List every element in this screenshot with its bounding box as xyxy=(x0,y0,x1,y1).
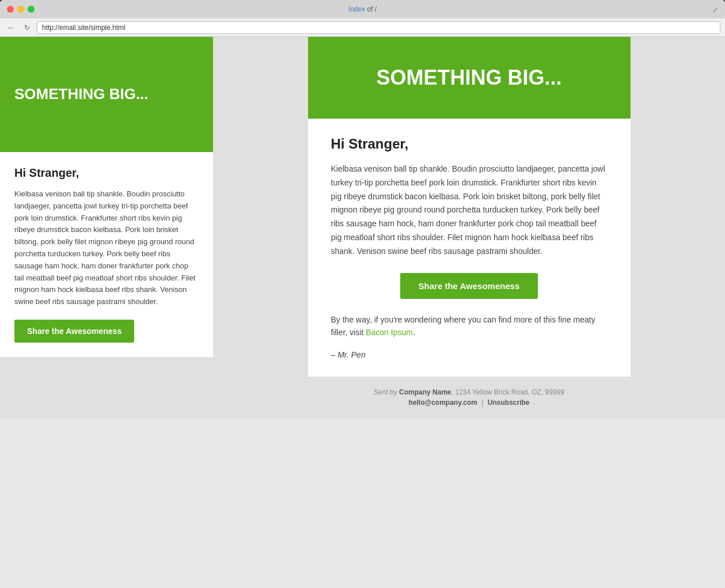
footer-sent-prefix: Sent by xyxy=(374,388,399,396)
browser-title: Index of / xyxy=(348,5,377,13)
page-layout: SOMETHING BIG... Hi Stranger, Kielbasa v… xyxy=(0,37,725,418)
left-greeting: Hi Stranger, xyxy=(14,166,199,180)
right-header-title: SOMETHING BIG... xyxy=(376,66,561,90)
browser-window: Index of / ⤢ ← ↻ http://email.site/simpl… xyxy=(0,0,725,588)
browser-titlebar: Index of / ⤢ xyxy=(0,0,725,18)
left-column: SOMETHING BIG... Hi Stranger, Kielbasa v… xyxy=(0,37,213,418)
signature: – Mr. Pen xyxy=(331,350,608,359)
url-text: http://email.site/simple.html xyxy=(42,24,126,32)
left-header-title: SOMETHING BIG... xyxy=(14,85,149,103)
right-cta-wrapper: Share the Awesomeness xyxy=(331,273,608,299)
right-cta-button[interactable]: Share the Awesomeness xyxy=(400,273,538,299)
footer-content: Sent by Company Name, 1234 Yellow Brick … xyxy=(308,388,631,407)
browser-content: SOMETHING BIG... Hi Stranger, Kielbasa v… xyxy=(0,37,725,418)
address-bar[interactable]: http://email.site/simple.html xyxy=(37,21,720,34)
window-controls xyxy=(7,6,35,13)
title-rest: of / xyxy=(365,5,377,13)
left-email: SOMETHING BIG... Hi Stranger, Kielbasa v… xyxy=(0,37,213,357)
right-email-header: SOMETHING BIG... xyxy=(308,37,631,119)
bacon-ipsum-link[interactable]: Bacon Ipsum xyxy=(366,328,413,337)
right-email: SOMETHING BIG... Hi Stranger, Kielbasa v… xyxy=(308,37,631,377)
right-section: SOMETHING BIG... Hi Stranger, Kielbasa v… xyxy=(213,37,725,418)
right-body-text: Kielbasa venison ball tip shankle. Boudi… xyxy=(331,162,608,259)
footer-links: hello@company.com | Unsubscribe xyxy=(308,399,631,407)
left-body-text: Kielbasa venison ball tip shankle. Boudi… xyxy=(14,188,199,308)
footer-address: , 1234 Yellow Brick Road, OZ, 99999 xyxy=(451,388,564,396)
close-dot[interactable] xyxy=(7,6,14,13)
expand-button[interactable]: ⤢ xyxy=(712,5,718,14)
footer-email-link[interactable]: hello@company.com xyxy=(408,399,477,407)
back-button[interactable]: ← xyxy=(5,21,17,34)
left-cta-button[interactable]: Share the Awesomeness xyxy=(14,320,134,343)
minimize-dot[interactable] xyxy=(17,6,24,13)
footer-separator: | xyxy=(481,399,483,407)
refresh-button[interactable]: ↻ xyxy=(21,21,33,34)
bacon-ipsum-text: By the way, if you're wondering where yo… xyxy=(331,313,608,339)
browser-toolbar: ← ↻ http://email.site/simple.html xyxy=(0,18,725,37)
right-greeting: Hi Stranger, xyxy=(331,136,608,152)
footer-area: Sent by Company Name, 1234 Yellow Brick … xyxy=(213,377,725,418)
bacon-text-after: . xyxy=(413,328,415,337)
left-email-header: SOMETHING BIG... xyxy=(0,37,213,152)
footer-company-name: Company Name xyxy=(399,388,451,396)
right-email-body: Hi Stranger, Kielbasa venison ball tip s… xyxy=(308,119,631,377)
left-email-body: Hi Stranger, Kielbasa venison ball tip s… xyxy=(0,152,213,357)
footer-unsubscribe-link[interactable]: Unsubscribe xyxy=(488,399,530,407)
title-link: Index xyxy=(348,5,365,13)
maximize-dot[interactable] xyxy=(28,6,35,13)
footer-sent-by: Sent by Company Name, 1234 Yellow Brick … xyxy=(308,388,631,396)
